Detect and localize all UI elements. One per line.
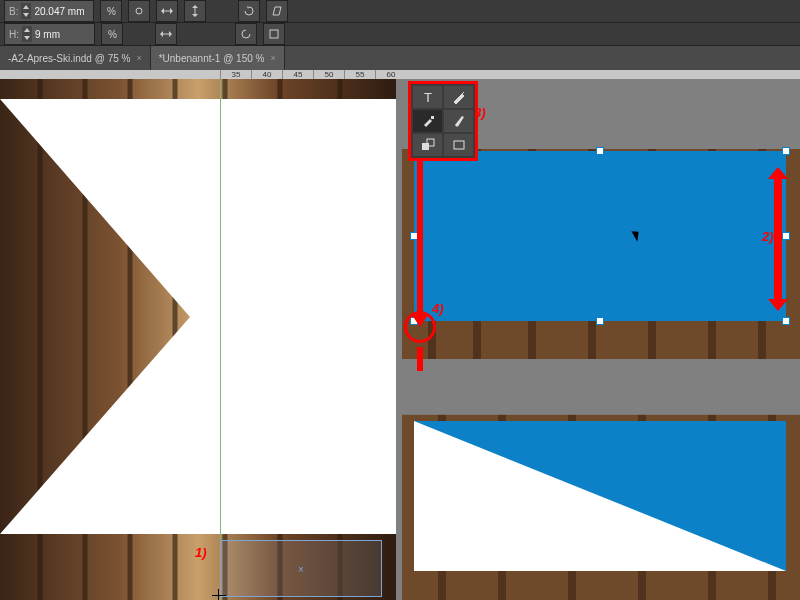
close-icon[interactable]: × [136,53,141,63]
swap-fill-stroke-icon[interactable] [413,134,442,156]
horizontal-ruler[interactable]: 35 40 45 50 55 60 [0,70,800,79]
svg-text:%: % [107,6,116,17]
svg-rect-36 [402,371,800,415]
chevron-down-icon[interactable] [22,34,32,42]
red-double-arrow-icon [774,179,782,299]
align-icon[interactable] [263,23,285,45]
selected-rectangle[interactable] [414,151,786,321]
tab-label: -A2-Apres-Ski.indd @ 75 % [8,53,130,64]
percent-icon[interactable]: % [101,23,123,45]
height-field[interactable]: H: 9 mm [4,23,95,45]
svg-marker-14 [0,99,396,534]
svg-rect-25 [431,116,434,119]
flip-h-icon[interactable] [155,23,177,45]
link-icon[interactable] [128,0,150,22]
percent-icon[interactable]: % [100,0,122,22]
height-value: 9 mm [35,29,90,40]
annotation-step1: 1) [195,545,207,560]
app-root: B: 20.047 mm % H: 9 mm % [0,0,800,600]
tab-apres-ski[interactable]: -A2-Apres-Ski.indd @ 75 % × [0,46,151,70]
eyedropper-tool-icon[interactable] [413,110,442,132]
close-icon[interactable]: × [270,53,275,63]
width-field[interactable]: B: 20.047 mm [4,0,94,22]
flip-h-icon[interactable] [156,0,178,22]
svg-text:T: T [424,90,432,104]
guide-vertical[interactable] [220,79,221,600]
ruler-tick: 55 [344,70,375,79]
width-stepper[interactable] [21,3,31,19]
panel-top[interactable]: T 3) [402,79,800,359]
ruler-tick: 60 [375,70,406,79]
panel-bottom[interactable] [402,371,800,600]
red-arrow-icon [417,137,423,317]
height-label: H: [9,29,19,40]
selection-handle[interactable] [782,317,790,325]
selection-handle[interactable] [596,147,604,155]
selection-handle[interactable] [782,147,790,155]
flip-v-icon[interactable] [184,0,206,22]
white-pennant-shape[interactable] [0,79,396,600]
annotation-step2: 2) [762,229,774,244]
shear-icon[interactable] [266,0,288,22]
annotation-step4: 4) [432,301,444,316]
svg-text:%: % [108,29,117,40]
control-bar: B: 20.047 mm % [0,0,800,23]
type-tool-icon[interactable]: T [413,86,442,108]
height-stepper[interactable] [22,26,32,42]
chevron-down-icon[interactable] [21,11,31,19]
selection-handle[interactable] [782,232,790,240]
tab-unbenannt-1[interactable]: *Unbenannt-1 @ 150 % × [151,46,285,70]
triangle-result[interactable] [414,421,786,571]
svg-rect-28 [454,141,464,149]
svg-rect-5 [270,30,278,38]
chevron-up-icon[interactable] [21,3,31,11]
tab-label: *Unbenannt-1 @ 150 % [159,53,265,64]
pen-tool-icon[interactable] [444,86,473,108]
canvas-right: T 3) [396,79,800,600]
rectangle-tool-icon[interactable] [444,134,473,156]
ruler-tick: 50 [313,70,344,79]
canvas-left[interactable]: × 1) B: 20,047 mm H: 9 mm [0,79,396,600]
brush-tool-icon[interactable] [444,110,473,132]
drawing-rectangle[interactable]: × [220,540,382,597]
cursor-crosshair-icon [212,589,226,600]
rotate-ccw-icon[interactable] [235,23,257,45]
chevron-up-icon[interactable] [22,26,32,34]
control-bar-row2: H: 9 mm % [0,23,800,46]
rotate-icon[interactable] [238,0,260,22]
frame-x-icon: × [298,563,304,574]
width-value: 20.047 mm [34,6,89,17]
ruler-tick: 40 [251,70,282,79]
width-label: B: [9,6,18,17]
document-tabs: -A2-Apres-Ski.indd @ 75 % × *Unbenannt-1… [0,46,800,70]
ruler-tick: 45 [282,70,313,79]
selection-handle[interactable] [596,317,604,325]
main-split: × 1) B: 20,047 mm H: 9 mm [0,79,800,600]
tool-palette: T [408,81,478,161]
ruler-tick: 35 [220,70,251,79]
